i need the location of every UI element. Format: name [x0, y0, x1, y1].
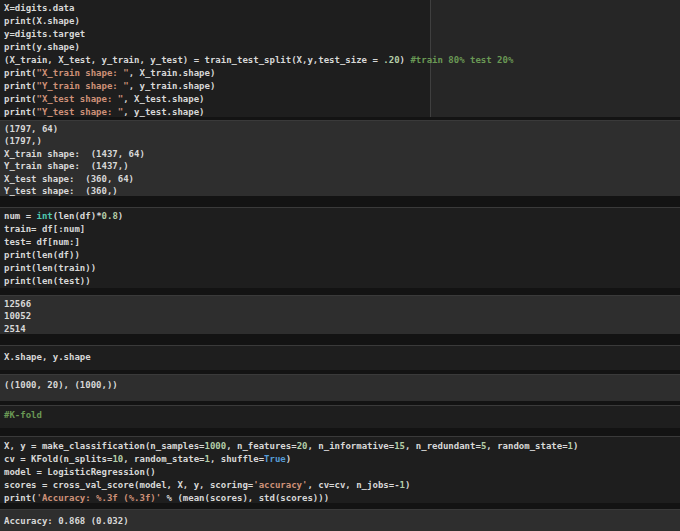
code-line: print(len(df))	[4, 249, 680, 262]
code-token: , n_redundant=	[405, 441, 481, 451]
code-token: Y_test shape: (360,)	[4, 186, 118, 196]
code-line: print('Accuracy: %.3f (%.3f)' % (mean(sc…	[4, 492, 680, 503]
cell-lines: 12566100522514	[0, 296, 680, 334]
code-line: scores = cross_val_score(model, X, y, sc…	[4, 479, 680, 492]
code-line: test= df[num:]	[4, 236, 680, 249]
code-line: X=digits.data	[4, 2, 680, 15]
code-token: 1000	[204, 441, 226, 451]
code-line: #K-fold	[4, 409, 680, 422]
code-token: X, y = make_classification(n_samples=	[4, 441, 204, 451]
code-token: % (mean(scores), std(scores)))	[161, 493, 329, 503]
output-line: Y_test shape: (360,)	[4, 185, 680, 196]
code-token: )	[400, 55, 411, 65]
code-token: print(len(test))	[4, 276, 91, 286]
code-token: )	[286, 454, 291, 464]
code-token: 10	[112, 454, 123, 464]
code-token: (1797, 64)	[4, 124, 58, 134]
code-token: 20	[297, 441, 308, 451]
cell-lines: num = int(len(df)*0.8)train= df[:num]tes…	[0, 208, 680, 288]
code-line: print("X_test shape: ", X_test.shape)	[4, 93, 680, 106]
output-line: 12566	[4, 298, 680, 310]
cell-lines: X.shape, y.shape	[0, 346, 680, 364]
code-token: 'accuracy'	[253, 480, 307, 490]
code-token: , y_train.shape)	[129, 81, 216, 91]
code-token: (X_train, X_test, y_train, y_test) = tra…	[4, 55, 383, 65]
code-token: (1797,)	[4, 136, 42, 146]
code-token: 15	[394, 441, 405, 451]
code-token: "Y_train shape: "	[37, 81, 129, 91]
code-token: (len(df)*	[53, 211, 102, 221]
code-token: , X_train.shape)	[129, 68, 216, 78]
code-token: scores = cross_val_score(model, X, y, sc…	[4, 480, 253, 490]
code-token: , X_test.shape)	[123, 94, 204, 104]
code-token: True	[264, 454, 286, 464]
code-cell-kfold-cv[interactable]: X, y = make_classification(n_samples=100…	[0, 436, 680, 503]
code-cell-train-test-split[interactable]: X=digits.dataprint(X.shape)y=digits.targ…	[0, 0, 680, 117]
code-token: Accuracy: 0.868 (0.032)	[4, 516, 129, 526]
code-token: 0.8	[102, 211, 118, 221]
code-token: print(len(train))	[4, 263, 96, 273]
code-token: 10052	[4, 311, 31, 321]
output-kfold-accuracy: Accuracy: 0.868 (0.032)	[0, 509, 680, 531]
code-token: X_train shape: (1437, 64)	[4, 149, 145, 159]
code-cell-shape-inspect[interactable]: X.shape, y.shape	[0, 345, 680, 370]
code-token: print(	[4, 107, 37, 117]
output-line: Y_train shape: (1437,)	[4, 160, 680, 172]
code-line: X.shape, y.shape	[4, 351, 680, 364]
code-token: 12566	[4, 299, 31, 309]
code-token: )	[405, 480, 410, 490]
code-token: y=digits.target	[4, 29, 85, 39]
output-line: X_train shape: (1437, 64)	[4, 148, 680, 160]
output-train-test-split: (1797, 64)(1797,)X_train shape: (1437, 6…	[0, 120, 680, 196]
cell-lines: #K-fold	[0, 406, 680, 422]
code-line: (X_train, X_test, y_train, y_test) = tra…	[4, 54, 680, 67]
code-line: print(len(train))	[4, 262, 680, 275]
code-line: cv = KFold(n_splits=10, random_state=1, …	[4, 453, 680, 466]
code-token: )	[118, 211, 123, 221]
output-line: ((1000, 20), (1000,))	[4, 379, 680, 391]
code-line: print("X_train shape: ", X_train.shape)	[4, 67, 680, 80]
code-token: print(y.shape)	[4, 42, 80, 52]
code-line: num = int(len(df)*0.8)	[4, 210, 680, 223]
code-token: print(	[4, 81, 37, 91]
code-line: print("Y_train shape: ", y_train.shape)	[4, 80, 680, 93]
code-token: print(	[4, 68, 37, 78]
code-cell-df-split[interactable]: num = int(len(df)*0.8)train= df[:num]tes…	[0, 207, 680, 288]
code-token: "X_test shape: "	[37, 94, 124, 104]
code-token: , y_test.shape)	[123, 107, 204, 117]
output-line: 2514	[4, 323, 680, 334]
code-token: #train 80% test 20%	[410, 55, 513, 65]
code-token: X.shape, y.shape	[4, 352, 91, 362]
code-cell-kfold-comment[interactable]: #K-fold	[0, 405, 680, 428]
code-token: , random_state=	[486, 441, 567, 451]
code-token: test= df[num:]	[4, 237, 80, 247]
code-token: #K-fold	[4, 410, 42, 420]
code-line: y=digits.target	[4, 28, 680, 41]
code-line: print(len(test))	[4, 275, 680, 288]
cell-lines: X, y = make_classification(n_samples=100…	[0, 437, 680, 503]
cell-lines: (1797, 64)(1797,)X_train shape: (1437, 6…	[0, 121, 680, 196]
code-token: )	[573, 441, 578, 451]
code-token: .20	[383, 55, 399, 65]
code-token: , n_informative=	[307, 441, 394, 451]
code-line: X, y = make_classification(n_samples=100…	[4, 440, 680, 453]
code-token: , shuffle=	[210, 454, 264, 464]
code-token: model = LogisticRegression()	[4, 467, 156, 477]
code-token: "X_train shape: "	[37, 68, 129, 78]
output-line: X_test shape: (360, 64)	[4, 173, 680, 185]
code-token: Y_train shape: (1437,)	[4, 161, 129, 171]
code-token: ((1000, 20), (1000,))	[4, 380, 118, 390]
cell-lines: Accuracy: 0.868 (0.032)	[0, 510, 680, 527]
output-line: (1797, 64)	[4, 123, 680, 135]
code-token: int	[37, 211, 53, 221]
code-token: , random_state=	[123, 454, 204, 464]
code-token: X_test shape: (360, 64)	[4, 174, 134, 184]
code-token: print(len(df))	[4, 250, 80, 260]
code-token: num =	[4, 211, 37, 221]
code-line: model = LogisticRegression()	[4, 466, 680, 479]
code-token: 'Accuracy: %.3f (%.3f)'	[37, 493, 162, 503]
code-token: 2514	[4, 324, 26, 334]
cell-lines: ((1000, 20), (1000,))	[0, 375, 680, 391]
code-line: train= df[:num]	[4, 223, 680, 236]
output-line: 10052	[4, 310, 680, 322]
